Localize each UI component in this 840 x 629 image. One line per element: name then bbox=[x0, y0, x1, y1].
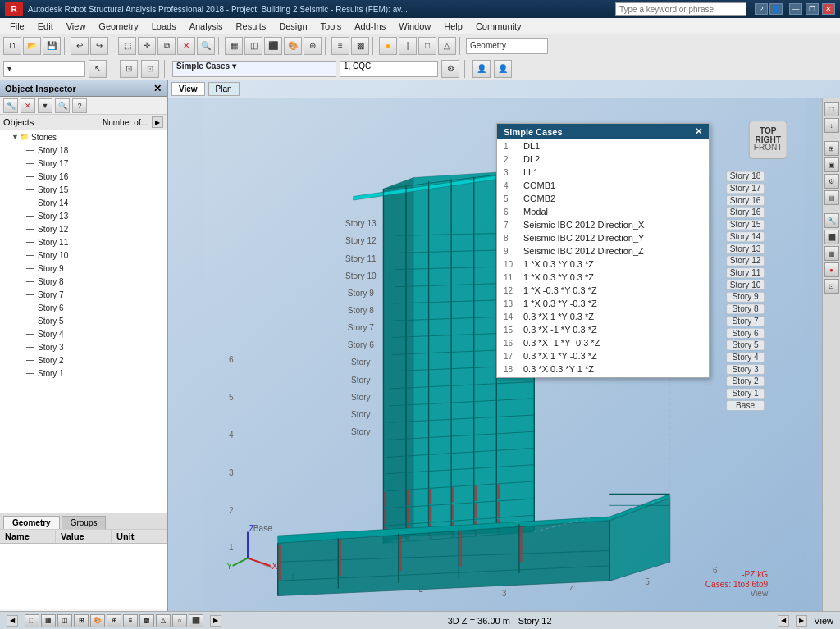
cqc-dropdown[interactable]: 1, CQC bbox=[340, 61, 438, 77]
menu-results[interactable]: Results bbox=[230, 20, 273, 33]
menu-help[interactable]: Help bbox=[437, 20, 469, 33]
tab-groups[interactable]: Groups bbox=[62, 516, 107, 529]
3d-viewport[interactable]: View Plan 1 2 3 4 5 bbox=[168, 80, 840, 611]
axes-button[interactable]: ⊕ bbox=[304, 37, 322, 55]
dd-item-modal[interactable]: 6Modal bbox=[497, 205, 709, 218]
restore-button[interactable]: ❐ bbox=[806, 3, 819, 15]
tree-row-story16[interactable]: — Story 16 bbox=[0, 170, 167, 183]
zoom-button[interactable]: 🔍 bbox=[197, 37, 215, 55]
dd-item-dl2[interactable]: 2DL2 bbox=[497, 153, 709, 166]
dd-item-15[interactable]: 150.3 *X -1 *Y 0.3 *Z bbox=[497, 323, 709, 336]
tree-row-story7[interactable]: — Story 7 bbox=[0, 288, 167, 301]
menu-file[interactable]: File bbox=[3, 20, 31, 33]
icon5[interactable]: 👤 bbox=[494, 60, 512, 78]
rs-btn-11[interactable]: ⊡ bbox=[824, 279, 839, 294]
geometry-dropdown[interactable]: Geometry bbox=[466, 38, 548, 54]
dd-item-14[interactable]: 140.3 *X 1 *Y 0.3 *Z bbox=[497, 310, 709, 323]
dd-item-12[interactable]: 121 *X -0.3 *Y 0.3 *Z bbox=[497, 284, 709, 297]
scroll-right[interactable]: ▶ bbox=[152, 116, 163, 128]
dd-item-seismic-z[interactable]: 9Seismic IBC 2012 Direction_Z bbox=[497, 244, 709, 258]
tree-row-story17[interactable]: — Story 17 bbox=[0, 157, 167, 170]
icon4[interactable]: 👤 bbox=[472, 60, 491, 78]
bt-btn-7[interactable]: ≡ bbox=[123, 614, 138, 627]
sign-in-button[interactable]: 👤 bbox=[769, 3, 783, 15]
tree-row-story8[interactable]: — Story 8 bbox=[0, 275, 167, 288]
icon2[interactable]: ⊡ bbox=[141, 60, 159, 78]
menu-geometry[interactable]: Geometry bbox=[92, 20, 144, 33]
delete-filter-button[interactable]: ✕ bbox=[21, 98, 35, 113]
tree-row-story15[interactable]: — Story 15 bbox=[0, 183, 167, 196]
tree-row-story6[interactable]: — Story 6 bbox=[0, 301, 167, 314]
tree-row-story18[interactable]: — Story 18 bbox=[0, 144, 167, 157]
delete-button[interactable]: ✕ bbox=[177, 37, 195, 55]
tree-row-stories[interactable]: ▼ 📁 Stories bbox=[0, 130, 167, 144]
menu-loads[interactable]: Loads bbox=[145, 20, 183, 33]
rs-btn-3[interactable]: ⊞ bbox=[824, 141, 839, 156]
dd-item-seismic-y[interactable]: 8Seismic IBC 2012 Direction_Y bbox=[497, 231, 709, 244]
panel-btn[interactable]: □ bbox=[418, 37, 436, 55]
menu-community[interactable]: Community bbox=[469, 20, 528, 33]
select-button[interactable]: ⬚ bbox=[118, 37, 136, 55]
search-input[interactable] bbox=[615, 2, 746, 16]
rs-btn-4[interactable]: ▣ bbox=[824, 157, 839, 172]
menu-tools[interactable]: Tools bbox=[314, 20, 349, 33]
bt-btn-8[interactable]: ▩ bbox=[139, 614, 154, 627]
bt-btn-2[interactable]: ▦ bbox=[41, 614, 56, 627]
save-button[interactable]: 💾 bbox=[43, 37, 61, 55]
section-button[interactable]: ≡ bbox=[331, 37, 349, 55]
menu-view[interactable]: View bbox=[60, 20, 93, 33]
cursor-button[interactable]: ↖ bbox=[89, 60, 107, 78]
bt-btn-4[interactable]: ⊞ bbox=[74, 614, 89, 627]
tree-row-story13[interactable]: — Story 13 bbox=[0, 209, 167, 222]
bt-btn-1[interactable]: ⬚ bbox=[25, 614, 39, 627]
case-dropdown[interactable]: Simple Cases ▾ bbox=[172, 61, 336, 77]
menu-addins[interactable]: Add-Ins bbox=[348, 20, 392, 33]
display-button[interactable]: ▦ bbox=[225, 37, 243, 55]
redo-button[interactable]: ↪ bbox=[90, 37, 108, 55]
mesh-button[interactable]: ▩ bbox=[351, 37, 369, 55]
dd-item-ll1[interactable]: 3LL1 bbox=[497, 166, 709, 179]
menu-edit[interactable]: Edit bbox=[31, 20, 60, 33]
tree-row-story14[interactable]: — Story 14 bbox=[0, 196, 167, 209]
rs-btn-10[interactable]: ● bbox=[824, 262, 839, 277]
dd-item-17[interactable]: 170.3 *X 1 *Y -0.3 *Z bbox=[497, 349, 709, 362]
tab-view[interactable]: View bbox=[171, 82, 205, 96]
dd-item-16[interactable]: 160.3 *X -1 *Y -0.3 *Z bbox=[497, 336, 709, 349]
tree-row-story10[interactable]: — Story 10 bbox=[0, 248, 167, 262]
node-button[interactable]: ● bbox=[379, 37, 397, 55]
undo-button[interactable]: ↩ bbox=[71, 37, 89, 55]
bt-btn-9[interactable]: △ bbox=[156, 614, 171, 627]
color-button[interactable]: 🎨 bbox=[284, 37, 302, 55]
tree-row-story9[interactable]: — Story 9 bbox=[0, 262, 167, 275]
bt-btn-10[interactable]: ○ bbox=[172, 614, 187, 627]
tree-row-story5[interactable]: — Story 5 bbox=[0, 314, 167, 327]
menu-analysis[interactable]: Analysis bbox=[183, 20, 230, 33]
selection-dropdown[interactable]: ▾ bbox=[3, 61, 85, 77]
collapse-button[interactable]: ▼ bbox=[38, 98, 52, 113]
render-button[interactable]: ⬛ bbox=[264, 37, 282, 55]
dd-item-18[interactable]: 180.3 *X 0.3 *Y 1 *Z bbox=[497, 362, 709, 376]
icon1[interactable]: ⊡ bbox=[120, 60, 138, 78]
dd-item-dl1[interactable]: 1DL1 bbox=[497, 139, 709, 153]
scroll-left-btn[interactable]: ◀ bbox=[7, 615, 18, 627]
tab-geometry[interactable]: Geometry bbox=[3, 516, 60, 529]
dd-item-comb2[interactable]: 5COMB2 bbox=[497, 192, 709, 205]
dd-item-seismic-x[interactable]: 7Seismic IBC 2012 Direction_X bbox=[497, 218, 709, 231]
minimize-button[interactable]: — bbox=[789, 3, 802, 15]
scroll-right-2[interactable]: ▶ bbox=[796, 615, 807, 627]
dd-item-comb1[interactable]: 4COMB1 bbox=[497, 179, 709, 192]
support-button[interactable]: △ bbox=[438, 37, 456, 55]
close-button[interactable]: ✕ bbox=[822, 3, 835, 15]
case-dropdown-overlay[interactable]: Simple Cases ✕ 1DL1 2DL2 3LL1 4COMB1 5CO… bbox=[496, 123, 710, 378]
rs-btn-8[interactable]: ⬛ bbox=[824, 230, 839, 244]
scroll-right-btn[interactable]: ▶ bbox=[210, 615, 221, 627]
bt-btn-3[interactable]: ◫ bbox=[57, 614, 72, 627]
tree-row-story12[interactable]: — Story 12 bbox=[0, 222, 167, 235]
panel-close-button[interactable]: ✕ bbox=[153, 83, 162, 94]
search-panel-button[interactable]: 🔍 bbox=[55, 98, 70, 113]
dd-item-13[interactable]: 131 *X 0.3 *Y -0.3 *Z bbox=[497, 297, 709, 310]
tab-plan[interactable]: Plan bbox=[208, 82, 240, 96]
help-panel-button[interactable]: ? bbox=[72, 98, 87, 113]
menu-design[interactable]: Design bbox=[272, 20, 313, 33]
tree-row-story1[interactable]: — Story 1 bbox=[0, 367, 167, 380]
